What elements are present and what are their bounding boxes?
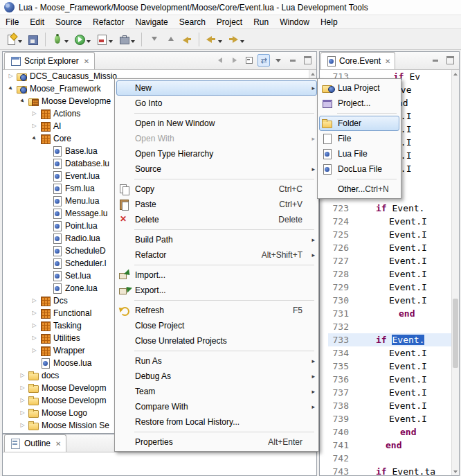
tree-expander-icon[interactable] bbox=[29, 344, 39, 357]
menu-item-delete[interactable]: DeleteDelete bbox=[116, 212, 317, 227]
menu-item-run-as[interactable]: Run As▸ bbox=[116, 353, 317, 369]
menu-item-team[interactable]: Team▸ bbox=[116, 384, 317, 399]
menu-item-file[interactable]: File bbox=[319, 131, 399, 146]
menu-source[interactable]: Source bbox=[50, 15, 87, 28]
menu-item-folder[interactable]: Folder bbox=[319, 116, 399, 131]
dropdown-arrow-icon[interactable] bbox=[131, 40, 135, 45]
previous-annotation-button[interactable] bbox=[162, 31, 179, 48]
menu-item-refactor[interactable]: RefactorAlt+Shift+T▸ bbox=[116, 247, 317, 263]
menu-item-build-path[interactable]: Build Path▸ bbox=[116, 232, 317, 247]
editor-scrollbar[interactable] bbox=[451, 70, 459, 475]
minimize-icon[interactable] bbox=[429, 54, 442, 67]
back-arrow-icon[interactable] bbox=[214, 54, 226, 67]
dropdown-arrow-icon[interactable] bbox=[218, 40, 222, 45]
menu-item-restore-from-local-history[interactable]: Restore from Local History... bbox=[116, 414, 317, 430]
scroll-up-icon[interactable] bbox=[452, 70, 459, 78]
menu-item-new[interactable]: New▸ bbox=[116, 80, 317, 96]
code-line-742[interactable]: 742 bbox=[328, 452, 451, 465]
menu-item-copy[interactable]: CopyCtrl+C bbox=[116, 182, 317, 197]
menu-item-close-project[interactable]: Close Project bbox=[116, 318, 317, 333]
tree-expander-icon[interactable] bbox=[29, 319, 39, 332]
tab-outline[interactable]: Outline ✕ bbox=[4, 434, 66, 452]
code-line-727[interactable]: 727Event.I bbox=[328, 254, 451, 267]
code-line-724[interactable]: 724Event.I bbox=[328, 215, 451, 228]
debug-button[interactable] bbox=[49, 31, 71, 48]
last-edit-location-button[interactable] bbox=[179, 31, 195, 48]
code-line-723[interactable]: 723if Event. bbox=[328, 202, 451, 215]
tree-expander-icon[interactable] bbox=[29, 132, 39, 145]
tab-script-explorer[interactable]: Script Explorer ✕ bbox=[4, 52, 95, 69]
code-line-731[interactable]: 731end bbox=[328, 307, 451, 320]
menu-item-source[interactable]: Source▸ bbox=[116, 161, 317, 177]
tree-expander-icon[interactable] bbox=[6, 70, 16, 82]
tree-expander-icon[interactable] bbox=[17, 95, 28, 107]
view-menu-icon[interactable] bbox=[272, 54, 284, 67]
dropdown-arrow-icon[interactable] bbox=[240, 40, 244, 45]
dropdown-arrow-icon[interactable] bbox=[109, 40, 113, 45]
menu-edit[interactable]: Edit bbox=[24, 15, 50, 28]
code-line-740[interactable]: 740end bbox=[328, 425, 451, 439]
tree-expander-icon[interactable] bbox=[29, 294, 39, 307]
code-line-739[interactable]: 739Event.I bbox=[328, 412, 451, 425]
menu-item-other[interactable]: Other...Ctrl+N bbox=[319, 182, 399, 197]
menu-navigate[interactable]: Navigate bbox=[129, 15, 173, 28]
tree-expander-icon[interactable] bbox=[17, 369, 28, 382]
minimize-icon[interactable] bbox=[287, 54, 299, 67]
tree-expander-icon[interactable] bbox=[29, 120, 39, 132]
menu-item-open-type-hierarchy[interactable]: Open Type Hierarchy bbox=[116, 146, 317, 161]
menu-search[interactable]: Search bbox=[174, 15, 211, 28]
code-line-738[interactable]: 738Event.I bbox=[328, 399, 451, 412]
close-icon[interactable]: ✕ bbox=[84, 58, 89, 65]
menu-item-lua-file[interactable]: Lua File bbox=[319, 146, 399, 161]
coverage-button[interactable] bbox=[93, 31, 116, 48]
menu-file[interactable]: File bbox=[0, 15, 24, 28]
menu-item-export[interactable]: Export... bbox=[116, 283, 317, 298]
forward-arrow-icon[interactable] bbox=[228, 54, 241, 67]
tree-expander-icon[interactable] bbox=[17, 419, 28, 432]
code-line-733[interactable]: 733if Event. bbox=[328, 333, 451, 346]
menu-item-compare-with[interactable]: Compare With▸ bbox=[116, 399, 317, 414]
code-line-743[interactable]: 743if Event.ta bbox=[328, 465, 451, 475]
code-line-734[interactable]: 734Event.I bbox=[328, 346, 451, 360]
code-line-737[interactable]: 737Event.I bbox=[328, 386, 451, 399]
link-with-editor-icon[interactable] bbox=[257, 54, 270, 67]
menu-project[interactable]: Project bbox=[211, 15, 248, 28]
tab-core-event[interactable]: Core.Event ✕ bbox=[320, 52, 395, 69]
tree-expander-icon[interactable] bbox=[17, 407, 28, 419]
menu-run[interactable]: Run bbox=[248, 15, 274, 28]
tree-expander-icon[interactable] bbox=[17, 382, 28, 394]
close-icon[interactable]: ✕ bbox=[55, 440, 61, 448]
menu-item-open-in-new-window[interactable]: Open in New Window bbox=[116, 116, 317, 131]
maximize-icon[interactable] bbox=[301, 54, 314, 67]
menu-item-properties[interactable]: PropertiesAlt+Enter bbox=[116, 434, 317, 450]
code-line-728[interactable]: 728Event.I bbox=[328, 267, 451, 281]
menu-item-lua-project[interactable]: Lua Project bbox=[319, 80, 399, 96]
dropdown-arrow-icon[interactable] bbox=[18, 40, 22, 45]
menu-refactor[interactable]: Refactor bbox=[87, 15, 129, 28]
menu-item-close-unrelated-projects[interactable]: Close Unrelated Projects bbox=[116, 333, 317, 349]
menu-item-project[interactable]: Project... bbox=[319, 96, 399, 111]
next-annotation-button[interactable] bbox=[145, 31, 162, 48]
collapse-all-icon[interactable] bbox=[243, 54, 255, 67]
code-line-729[interactable]: 729Event.I bbox=[328, 281, 451, 294]
scroll-down-icon[interactable] bbox=[452, 468, 459, 475]
external-tools-button[interactable] bbox=[116, 31, 138, 48]
menu-item-open-with[interactable]: Open With▸ bbox=[116, 131, 317, 146]
menu-help[interactable]: Help bbox=[315, 15, 343, 28]
menu-window[interactable]: Window bbox=[274, 15, 315, 28]
menu-item-refresh[interactable]: RefreshF5 bbox=[116, 303, 317, 318]
tree-expander-icon[interactable] bbox=[29, 332, 39, 344]
tree-expander-icon[interactable] bbox=[29, 107, 39, 120]
forward-button[interactable] bbox=[225, 31, 247, 48]
code-line-735[interactable]: 735Event.I bbox=[328, 360, 451, 373]
code-line-725[interactable]: 725Event.I bbox=[328, 228, 451, 241]
menu-item-import[interactable]: Import... bbox=[116, 267, 317, 283]
menu-item-go-into[interactable]: Go Into bbox=[116, 96, 317, 111]
scrollbar-thumb[interactable] bbox=[453, 299, 458, 368]
menu-item-debug-as[interactable]: Debug As▸ bbox=[116, 369, 317, 384]
menu-item-paste[interactable]: PasteCtrl+V bbox=[116, 197, 317, 212]
menu-item-doclua-file[interactable]: DocLua File bbox=[319, 161, 399, 177]
new-wizard-button[interactable] bbox=[3, 31, 25, 48]
close-icon[interactable]: ✕ bbox=[385, 58, 390, 65]
tree-expander-icon[interactable] bbox=[6, 82, 16, 95]
